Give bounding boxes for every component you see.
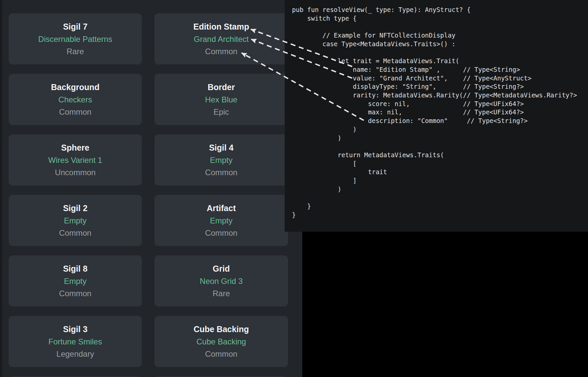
trait-name: Grid: [213, 264, 230, 274]
traits-grid: Sigil 7 Discernable Patterns Rare Editio…: [0, 0, 302, 377]
trait-card: Grid Neon Grid 3 Rare: [154, 255, 288, 307]
trait-card: Background Checkers Common: [9, 74, 142, 125]
trait-card: Sigil 2 Empty Common: [9, 195, 142, 246]
trait-name: Cube Backing: [194, 324, 249, 334]
trait-card: Border Hex Blue Epic: [154, 74, 288, 125]
trait-name: Artifact: [207, 203, 236, 213]
trait-name: Sigil 2: [63, 203, 88, 213]
trait-name: Background: [51, 82, 100, 92]
trait-card: Sigil 8 Empty Common: [9, 255, 142, 307]
trait-rarity: Rare: [213, 289, 230, 299]
trait-value: Wires Varient 1: [48, 155, 102, 165]
trait-rarity: Common: [205, 228, 237, 238]
app-root: Sigil 7 Discernable Patterns Rare Editio…: [0, 0, 588, 377]
trait-rarity: Uncommon: [55, 168, 96, 178]
trait-value: Discernable Patterns: [38, 34, 112, 44]
trait-value: Checkers: [58, 95, 92, 105]
trait-card: Sigil 3 Fortune Smiles Legendary: [9, 316, 142, 367]
code-panel: pub fun resolveView(_ type: Type): AnySt…: [285, 0, 588, 232]
trait-value: Empty: [210, 216, 233, 226]
trait-name: Sphere: [61, 143, 89, 153]
trait-name: Border: [208, 82, 235, 92]
trait-rarity: Common: [59, 228, 91, 238]
trait-card: Sigil 4 Empty Common: [154, 134, 288, 186]
trait-name: Sigil 7: [63, 22, 88, 32]
trait-rarity: Common: [205, 349, 237, 359]
trait-value: Neon Grid 3: [200, 276, 243, 286]
trait-rarity: Epic: [214, 107, 229, 117]
code-snippet: pub fun resolveView(_ type: Type): AnySt…: [285, 0, 588, 219]
trait-rarity: Common: [59, 107, 91, 117]
trait-value: Fortune Smiles: [49, 337, 102, 347]
left-edge-shade: [0, 0, 2, 377]
trait-rarity: Common: [205, 168, 237, 178]
trait-card: Sphere Wires Varient 1 Uncommon: [9, 134, 142, 186]
trait-value: Cube Backing: [196, 337, 246, 347]
trait-card-list: Sigil 7 Discernable Patterns Rare Editio…: [9, 13, 288, 377]
trait-rarity: Common: [59, 289, 91, 299]
trait-card: Sigil 7 Discernable Patterns Rare: [9, 13, 142, 64]
trait-value: Empty: [64, 276, 86, 286]
trait-value: Empty: [210, 155, 233, 165]
trait-name: Sigil 4: [209, 143, 234, 153]
trait-name: Edition Stamp: [193, 22, 249, 32]
trait-value: Hex Blue: [205, 95, 237, 105]
trait-card: Edition Stamp Grand Architect Common: [154, 13, 288, 64]
trait-rarity: Legendary: [56, 349, 94, 359]
trait-card: Cube Backing Cube Backing Common: [154, 316, 288, 367]
trait-name: Sigil 8: [63, 264, 88, 274]
trait-name: Sigil 3: [63, 324, 88, 334]
trait-rarity: Common: [205, 47, 237, 57]
trait-value: Grand Architect: [194, 34, 248, 44]
trait-rarity: Rare: [66, 47, 84, 57]
trait-value: Empty: [64, 216, 86, 226]
trait-card: Artifact Empty Common: [154, 195, 288, 246]
